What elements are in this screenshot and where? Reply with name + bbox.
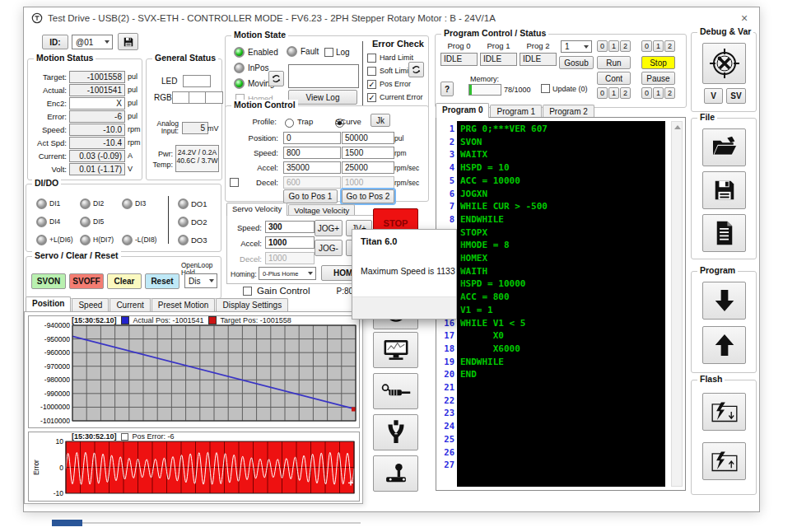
- flash-read-button[interactable]: [702, 442, 746, 480]
- gripper-button[interactable]: [373, 414, 418, 450]
- view-tab-preset-motion[interactable]: Preset Motion: [151, 298, 216, 311]
- checkbox[interactable]: [367, 54, 376, 63]
- program-download-button[interactable]: [702, 282, 746, 320]
- servo-button-svoff[interactable]: SVOFF: [69, 273, 104, 289]
- line-number: 26: [436, 446, 454, 460]
- motion-control-input-2[interactable]: 25000: [342, 161, 394, 174]
- program-upload-button[interactable]: [702, 326, 746, 364]
- motion-control-input-1[interactable]: 35000: [283, 161, 341, 174]
- di-indicator: H(DI7): [80, 235, 122, 245]
- openloop-dropdown[interactable]: Dis: [184, 273, 217, 288]
- pos-error-checkbox[interactable]: [121, 433, 128, 441]
- joystick-button[interactable]: [373, 455, 418, 492]
- gain-control-checkbox[interactable]: [243, 287, 252, 296]
- save-settings-button[interactable]: [118, 33, 138, 50]
- digit-button-1[interactable]: 1: [608, 40, 619, 52]
- digit-button-2[interactable]: 2: [664, 40, 675, 52]
- servo-button-clear[interactable]: Clear: [107, 273, 142, 289]
- flash-write-button[interactable]: [702, 393, 746, 431]
- goto-pos1-label: Go to Pos 1: [289, 192, 333, 201]
- jog-minus-button[interactable]: JOG-: [315, 240, 343, 256]
- pause-button[interactable]: Pause: [641, 72, 675, 85]
- motion-status-row: Current:0.03 (-0.09)A: [32, 149, 141, 162]
- digit-button-0[interactable]: 0: [641, 40, 652, 52]
- program-tab-0[interactable]: Program 0: [436, 103, 489, 118]
- homing-dropdown[interactable]: 0-Plus Home: [259, 267, 316, 280]
- log-checkbox[interactable]: [324, 48, 333, 57]
- jog-plus-button[interactable]: JOG+: [315, 220, 343, 236]
- view-tab-speed[interactable]: Speed: [72, 298, 109, 311]
- led-icon: [122, 198, 133, 209]
- sv-button[interactable]: SV: [726, 88, 746, 104]
- close-button[interactable]: ×: [736, 10, 753, 26]
- document-button[interactable]: [702, 214, 746, 252]
- update-label: Update (0): [552, 85, 588, 93]
- checkbox[interactable]: ✓: [367, 93, 376, 102]
- program-tab-1[interactable]: Program 1: [490, 105, 542, 118]
- prog-state-field: IDLE: [440, 53, 478, 66]
- checkbox[interactable]: ✓: [367, 80, 376, 89]
- stop-program-button[interactable]: Stop: [641, 56, 675, 69]
- digit-button-1[interactable]: 1: [608, 87, 619, 99]
- digit-button-0[interactable]: 0: [597, 87, 608, 99]
- file-panel: File: [691, 118, 757, 259]
- jk-button[interactable]: Jk: [371, 114, 390, 127]
- id-label-button[interactable]: ID:: [42, 35, 68, 49]
- checkbox[interactable]: [367, 67, 376, 76]
- run-button[interactable]: Run: [597, 56, 631, 69]
- gosub-button[interactable]: Gosub: [559, 56, 594, 69]
- popup-dialog[interactable]: Titan 6.0 Maximum Speed is 1133: [352, 229, 457, 320]
- digit-button-1[interactable]: 1: [653, 40, 664, 52]
- editor-scrollbar[interactable]: [671, 121, 683, 487]
- help-button[interactable]: ?: [440, 82, 454, 96]
- program-editor[interactable]: 1234567891011121314151617181920212223242…: [436, 117, 686, 491]
- goto-pos1-button[interactable]: Go to Pos 1: [283, 189, 338, 203]
- digit-button-1[interactable]: 1: [653, 87, 664, 99]
- view-tab-current[interactable]: Current: [110, 298, 150, 311]
- fault-indicator: Fault: [287, 46, 319, 57]
- profile-label: Profile:: [244, 117, 277, 126]
- servo-button-svon[interactable]: SVON: [31, 273, 66, 289]
- motion-control-input-2[interactable]: 50000: [342, 132, 394, 144]
- rgb-box-r: [172, 91, 190, 104]
- svg-text:10: 10: [56, 437, 64, 446]
- digit-button-2[interactable]: 2: [664, 87, 675, 99]
- view-tab-position[interactable]: Position: [26, 296, 71, 311]
- motion-control-input-2[interactable]: 1500: [342, 147, 394, 159]
- velocity-tab-servo-velocity[interactable]: Servo Velocity: [226, 203, 287, 216]
- motion-control-input-1[interactable]: 0: [283, 132, 341, 144]
- error-check-refresh-button[interactable]: [408, 62, 424, 77]
- save-file-button[interactable]: [702, 171, 746, 209]
- rgb-box-b: [205, 91, 223, 104]
- id-dropdown[interactable]: @01: [72, 35, 113, 49]
- update-checkbox[interactable]: [541, 84, 550, 93]
- velocity-tab-voltage-velocity[interactable]: Voltage Velocity: [288, 204, 355, 216]
- motion-state-refresh-button[interactable]: [268, 71, 284, 86]
- sv-accel-field[interactable]: 1000: [265, 236, 315, 249]
- scope-button[interactable]: [373, 332, 418, 368]
- digit-button-0[interactable]: 0: [597, 40, 608, 52]
- servo-button-reset[interactable]: Reset: [145, 273, 179, 289]
- prog-state-field: IDLE: [480, 53, 517, 66]
- program-tab-2[interactable]: Program 2: [543, 105, 594, 118]
- motion-control-input-1[interactable]: 800: [283, 147, 341, 159]
- debug-button[interactable]: [702, 43, 746, 84]
- digit-button-0[interactable]: 0: [641, 87, 652, 99]
- code-line: [460, 459, 665, 472]
- pause-label: Pause: [646, 74, 669, 83]
- prog-status-row: Prog 0IDLEProg 1IDLEProg 2IDLE: [440, 41, 557, 66]
- sv-speed-field[interactable]: 300: [265, 221, 315, 233]
- view-tab-display-settings[interactable]: Display Settings: [216, 298, 288, 311]
- goto-pos2-button[interactable]: Go to Pos 2: [342, 189, 394, 203]
- close-icon: ×: [741, 12, 748, 25]
- digit-button-2[interactable]: 2: [620, 87, 631, 99]
- trap-radio[interactable]: [285, 119, 294, 128]
- gosub-select[interactable]: 1: [561, 40, 592, 53]
- actuator-button[interactable]: [373, 373, 418, 409]
- v-button[interactable]: V: [704, 88, 723, 104]
- open-file-button[interactable]: [702, 128, 746, 166]
- cont-button[interactable]: Cont: [597, 72, 631, 85]
- checkbox-label: Hard Limit: [380, 54, 413, 62]
- view-log-button[interactable]: View Log: [288, 90, 357, 105]
- digit-button-2[interactable]: 2: [620, 40, 631, 52]
